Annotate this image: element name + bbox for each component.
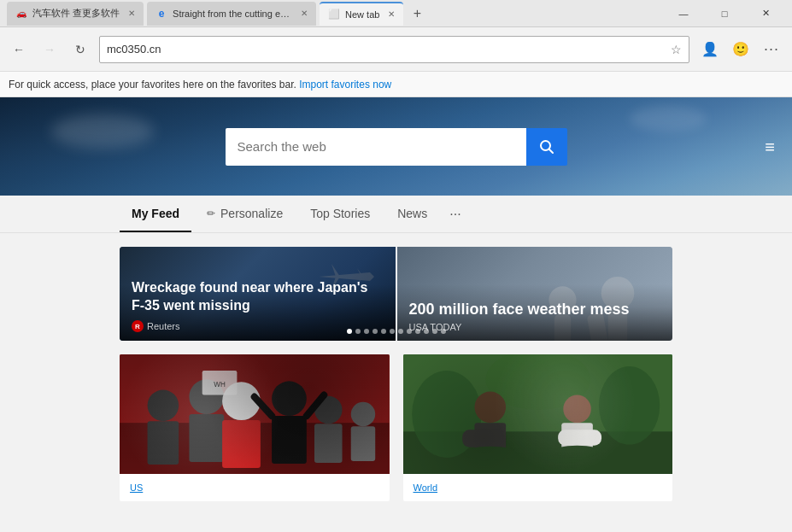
news-label: News <box>397 207 427 220</box>
address-icons: ☆ <box>671 43 682 56</box>
more-button[interactable]: ··· <box>758 36 785 63</box>
refresh-button[interactable]: ↻ <box>68 38 92 61</box>
tab-1[interactable]: 🚗 汽车软件 查更多软件 ✕ <box>7 2 144 26</box>
dot-12[interactable] <box>441 329 446 334</box>
main-content: My Feed ✏ Personalize Top Stories News ·… <box>0 196 792 532</box>
minimize-button[interactable]: — <box>664 0 703 27</box>
tab-strip: 🚗 汽车软件 查更多软件 ✕ e Straight from the cutti… <box>7 2 664 26</box>
favorites-bar: For quick access, place your favorites h… <box>0 72 792 97</box>
feed-tabs: My Feed ✏ Personalize Top Stories News ·… <box>0 196 792 233</box>
featured-carousel[interactable]: Wreckage found near where Japan's F-35 w… <box>120 247 672 341</box>
tab-1-label: 汽车软件 查更多软件 <box>32 7 120 20</box>
tab-3-favicon: ⬜ <box>328 9 340 20</box>
svg-point-38 <box>553 446 601 458</box>
tab-top-stories[interactable]: Top Stories <box>298 196 382 232</box>
svg-rect-8 <box>120 423 390 474</box>
import-favorites-link[interactable]: Import favorites now <box>299 79 391 91</box>
my-feed-label: My Feed <box>132 207 179 220</box>
hero-menu-button[interactable]: ≡ <box>765 137 775 156</box>
feed-more-button[interactable]: ··· <box>443 207 467 222</box>
featured-card-left[interactable]: Wreckage found near where Japan's F-35 w… <box>120 247 396 341</box>
tab-news[interactable]: News <box>385 196 439 232</box>
dot-11[interactable] <box>432 329 437 334</box>
svg-text:WH: WH <box>214 381 226 389</box>
left-source-name: Reuters <box>147 321 180 331</box>
news-card-1-category[interactable]: US <box>130 482 379 493</box>
maximize-button[interactable]: □ <box>705 0 744 27</box>
back-button[interactable]: ← <box>7 38 31 61</box>
tab-2-close[interactable]: ✕ <box>301 9 308 18</box>
new-tab-button[interactable]: + <box>407 3 427 24</box>
title-bar: 🚗 汽车软件 查更多软件 ✕ e Straight from the cutti… <box>0 0 792 27</box>
svg-rect-14 <box>222 420 261 468</box>
search-button[interactable] <box>526 128 567 166</box>
dot-5[interactable] <box>381 329 386 334</box>
dot-7[interactable] <box>398 329 403 334</box>
left-featured-title: Wreckage found near where Japan's F-35 w… <box>132 279 384 315</box>
tab-3-close[interactable]: ✕ <box>388 9 395 19</box>
right-publisher: USA TODAY <box>409 322 661 332</box>
tab-2-label: Straight from the cutting edge <box>173 9 292 19</box>
tab-my-feed[interactable]: My Feed <box>120 196 191 232</box>
feed-content: Wreckage found near where Japan's F-35 w… <box>0 233 792 515</box>
svg-point-9 <box>148 390 179 422</box>
tab-personalize[interactable]: ✏ Personalize <box>195 196 295 232</box>
dot-9[interactable] <box>415 329 420 334</box>
tab-3[interactable]: ⬜ New tab ✕ <box>320 2 403 26</box>
svg-rect-18 <box>314 424 343 463</box>
svg-point-29 <box>598 366 659 445</box>
dot-10[interactable] <box>424 329 429 334</box>
window-controls: — □ ✕ <box>664 0 785 27</box>
svg-rect-10 <box>148 421 179 465</box>
dot-3[interactable] <box>364 329 369 334</box>
news-card-2[interactable]: World <box>403 354 673 501</box>
reuters-dot: R <box>132 320 144 332</box>
dot-4[interactable] <box>373 329 378 334</box>
favorites-star-icon[interactable]: ☆ <box>671 43 682 56</box>
svg-point-13 <box>222 382 261 420</box>
cloud-1 <box>51 114 154 149</box>
dot-8[interactable] <box>407 329 412 334</box>
svg-rect-32 <box>474 423 506 453</box>
svg-rect-26 <box>403 354 673 474</box>
news-card-1-image: WH <box>120 354 390 474</box>
svg-rect-33 <box>462 430 506 447</box>
svg-point-30 <box>485 354 590 410</box>
tab-2[interactable]: e Straight from the cutting edge ✕ <box>147 2 316 26</box>
svg-point-28 <box>412 371 481 458</box>
news-card-2-category[interactable]: World <box>414 482 663 493</box>
tab-1-favicon: 🚗 <box>15 8 27 20</box>
pencil-icon: ✏ <box>207 208 215 219</box>
dot-2[interactable] <box>355 329 361 334</box>
cloud-2 <box>630 106 707 132</box>
svg-rect-39 <box>403 354 673 474</box>
left-featured-source: R Reuters <box>132 320 384 332</box>
svg-rect-36 <box>558 430 601 445</box>
close-button[interactable]: ✕ <box>746 0 785 27</box>
svg-point-19 <box>351 402 375 426</box>
svg-rect-21 <box>202 371 238 395</box>
emoji-button[interactable]: 🙂 <box>727 36 754 63</box>
featured-card-right[interactable]: 200 million face weather mess USA TODAY <box>397 247 673 341</box>
address-input[interactable] <box>107 43 666 56</box>
tab-2-favicon: e <box>155 8 167 20</box>
forward-button[interactable]: → <box>38 38 62 61</box>
svg-rect-20 <box>351 426 375 461</box>
news-card-2-body: World <box>403 474 673 501</box>
svg-line-24 <box>307 395 324 416</box>
dot-1[interactable] <box>347 329 352 334</box>
address-bar: ← → ↻ ☆ 👤 🙂 ··· <box>0 27 792 72</box>
search-input[interactable] <box>226 128 526 166</box>
svg-point-11 <box>189 379 224 414</box>
svg-rect-25 <box>120 354 390 474</box>
svg-rect-35 <box>561 423 593 451</box>
news-card-1[interactable]: WH <box>120 354 390 501</box>
right-featured-title: 200 million face weather mess <box>409 301 661 319</box>
tab-1-close[interactable]: ✕ <box>128 9 135 18</box>
favorites-bar-text: For quick access, place your favorites h… <box>9 79 296 91</box>
dot-6[interactable] <box>390 329 395 334</box>
hero-section: ≡ <box>0 97 792 196</box>
people-scene <box>403 354 673 474</box>
top-stories-label: Top Stories <box>310 207 370 220</box>
profile-button[interactable]: 👤 <box>696 36 724 63</box>
